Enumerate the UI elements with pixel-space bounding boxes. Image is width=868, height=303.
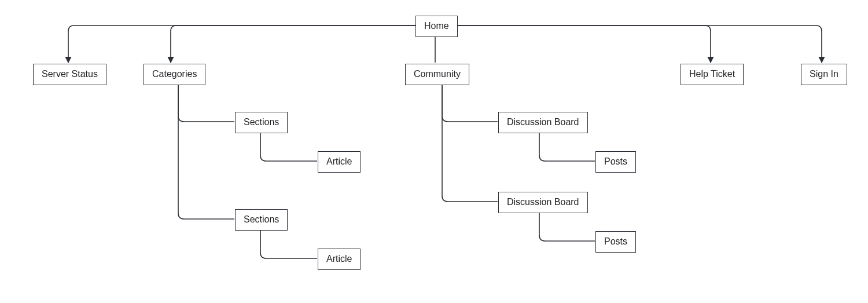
edge-discussion1-posts1: [539, 132, 595, 161]
node-server-status: Server Status: [33, 64, 106, 85]
node-posts-1: Posts: [595, 151, 636, 173]
node-help-ticket: Help Ticket: [681, 64, 744, 85]
node-community: Community: [405, 64, 469, 85]
edge-community-discussion-2: [442, 83, 498, 202]
node-article-2: Article: [318, 249, 361, 270]
edge-home-server-status: [68, 25, 415, 63]
edge-discussion2-posts2: [539, 212, 595, 241]
node-article-1: Article: [318, 151, 361, 173]
node-home: Home: [415, 16, 458, 37]
edge-categories-sections-2: [178, 83, 234, 219]
connector-layer: [0, 0, 868, 303]
node-discussion-board-2: Discussion Board: [498, 192, 588, 213]
edge-community-discussion-1: [442, 83, 498, 122]
edge-sections1-article1: [260, 132, 317, 161]
edge-home-categories: [171, 25, 415, 63]
edge-sections2-article2: [260, 229, 317, 258]
node-sign-in: Sign In: [801, 64, 847, 85]
edge-home-help-ticket: [455, 25, 711, 63]
node-discussion-board-1: Discussion Board: [498, 112, 588, 133]
node-posts-2: Posts: [595, 231, 636, 253]
sitemap-diagram: Home Server Status Categories Community …: [0, 0, 868, 303]
node-sections-1: Sections: [235, 112, 288, 133]
edge-categories-sections-1: [178, 83, 234, 122]
node-sections-2: Sections: [235, 209, 288, 231]
node-categories: Categories: [144, 64, 205, 85]
edge-home-sign-in: [455, 25, 822, 63]
